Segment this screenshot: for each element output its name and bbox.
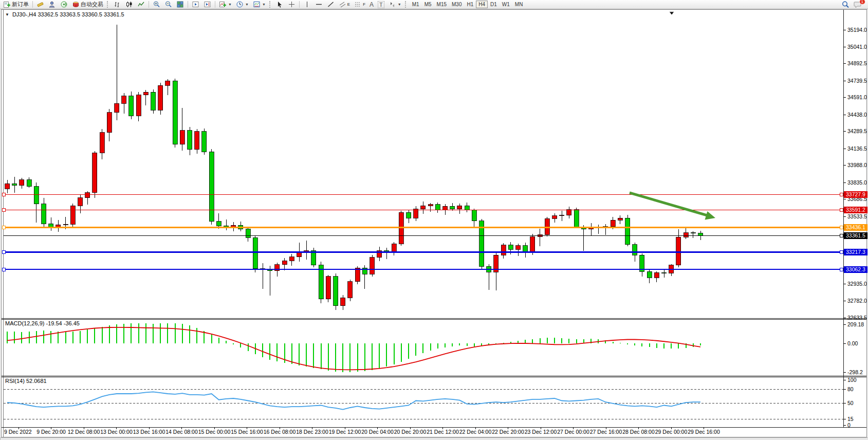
- channel-sub-label: E: [347, 2, 350, 7]
- cursor-tool-button[interactable]: [274, 0, 286, 9]
- chevron-down-icon: ▼: [262, 3, 266, 6]
- candlestick-mode-button[interactable]: [123, 0, 135, 9]
- signal-button[interactable]: [58, 0, 70, 9]
- candle-body: [625, 218, 630, 244]
- hline-tool-button[interactable]: [313, 0, 325, 9]
- auto-trading-button[interactable]: 自动交易: [70, 0, 105, 9]
- fibonacci-icon: [354, 1, 362, 8]
- candle-body: [676, 237, 681, 265]
- price-tick: 34591.0: [847, 94, 867, 100]
- rsi-tick: 15: [847, 416, 854, 422]
- tf-m30-button[interactable]: M30: [449, 1, 464, 8]
- time-label: 13 Dec 16:00: [133, 429, 165, 435]
- bar-chart-mode-button[interactable]: [112, 0, 123, 9]
- clock-icon: [236, 1, 244, 8]
- tf-h4-button[interactable]: H4: [476, 1, 488, 8]
- candle-body: [195, 132, 199, 150]
- time-axis[interactable]: 9 Dec 20229 Dec 20:0012 Dec 08:0013 Dec …: [4, 427, 720, 435]
- candle-body: [311, 251, 316, 265]
- candle-body: [508, 245, 513, 250]
- vertical-line-icon: [303, 1, 311, 8]
- hline-handle[interactable]: [3, 209, 6, 212]
- text-t-icon: T: [378, 1, 384, 8]
- candle-body: [684, 233, 688, 237]
- candle-body: [662, 272, 667, 273]
- time-label: 20 Dec 04:00: [361, 429, 394, 435]
- candle-body: [129, 96, 134, 116]
- new-order-button[interactable]: 新订单: [1, 0, 31, 9]
- line-chart-icon: [137, 1, 145, 8]
- crayon-button[interactable]: [34, 0, 46, 9]
- auto-scroll-button[interactable]: [190, 0, 201, 9]
- time-label: 27 Dec 16:00: [590, 429, 622, 435]
- tf-d1-button[interactable]: D1: [488, 1, 500, 8]
- profile-button[interactable]: [46, 0, 58, 9]
- notification-badge: 1: [859, 0, 865, 5]
- tf-m1-button[interactable]: M1: [410, 1, 422, 8]
- line-chart-mode-button[interactable]: [135, 0, 147, 9]
- candle-body: [348, 282, 353, 298]
- candle-body: [180, 131, 184, 144]
- candlestick-icon: [125, 1, 133, 8]
- candle-body: [188, 131, 192, 150]
- hline-handle[interactable]: [3, 250, 6, 253]
- hline-handle[interactable]: [3, 193, 6, 196]
- text-label-tool-button[interactable]: T: [376, 0, 386, 9]
- candle-body: [34, 187, 39, 204]
- price-tag-label: 33361.5: [846, 232, 865, 239]
- horizontal-line-icon: [315, 1, 323, 8]
- search-button[interactable]: [839, 0, 852, 9]
- tf-w1-button[interactable]: W1: [500, 1, 512, 8]
- price-tag-label: 33217.3: [846, 249, 865, 255]
- templates-button[interactable]: ▼: [251, 0, 268, 9]
- auto-scroll-icon: [192, 1, 199, 8]
- vline-tool-button[interactable]: [301, 0, 313, 9]
- candle-body: [12, 184, 17, 185]
- tag-connector: [840, 209, 843, 212]
- equidistant-channel-icon: [339, 1, 346, 8]
- tf-mn-button[interactable]: MN: [512, 1, 526, 8]
- zoom-out-icon: [164, 1, 172, 8]
- time-label: 27 Dec 00:00: [557, 429, 589, 435]
- candle-body: [231, 225, 236, 227]
- candle-body: [421, 206, 426, 209]
- time-label: 16 Dec 08:00: [264, 429, 296, 435]
- periods-button[interactable]: ▼: [234, 0, 251, 9]
- candle-body: [611, 220, 615, 226]
- tf-m15-button[interactable]: M15: [434, 1, 449, 8]
- text-tool-button[interactable]: A: [367, 0, 376, 9]
- chart-canvas[interactable]: MACD(12,26,9) -19.54 -36.45RSI(14) 52.06…: [0, 9, 868, 440]
- channel-tool-button[interactable]: E: [337, 0, 352, 9]
- hline-handle[interactable]: [3, 268, 6, 271]
- new-order-label: 新订单: [12, 1, 29, 8]
- time-label: 29 Dec 00:00: [655, 429, 688, 435]
- tf-m5-button[interactable]: M5: [422, 1, 434, 8]
- candle-body: [78, 198, 83, 206]
- price-tag-label: 33062.3: [846, 266, 865, 272]
- candle-body: [501, 245, 506, 255]
- tf-h1-button[interactable]: H1: [464, 1, 476, 8]
- candle-body: [516, 246, 521, 250]
- price-tick: 32633.5: [847, 315, 867, 321]
- candle-body: [698, 233, 703, 236]
- fibonacci-tool-button[interactable]: F: [352, 0, 367, 9]
- zoom-in-icon: [153, 1, 160, 8]
- candle-body: [136, 95, 141, 116]
- indicators-button[interactable]: ▼: [217, 0, 234, 9]
- zoom-in-button[interactable]: [151, 0, 162, 9]
- time-label: 22 Dec 20:00: [492, 429, 524, 435]
- zoom-out-button[interactable]: [162, 0, 174, 9]
- crosshair-tool-button[interactable]: [286, 0, 298, 9]
- candle-body: [326, 277, 330, 299]
- chart-shift-button[interactable]: [201, 0, 213, 9]
- arrows-tool-button[interactable]: ▼: [386, 0, 403, 9]
- chevron-down-icon: ▼: [398, 3, 401, 6]
- collapse-ohlc-icon[interactable]: ▼: [5, 12, 9, 17]
- hline-handle[interactable]: [3, 226, 6, 229]
- trendline-tool-button[interactable]: [325, 0, 337, 9]
- notifications-button[interactable]: 1: [852, 0, 864, 9]
- tile-windows-button[interactable]: [174, 0, 186, 9]
- candle-body: [399, 212, 403, 244]
- chart-title-text: DJ30-,H4 33362.5 33363.5 33360.5 33361.5: [12, 11, 124, 17]
- candle-body: [407, 212, 411, 218]
